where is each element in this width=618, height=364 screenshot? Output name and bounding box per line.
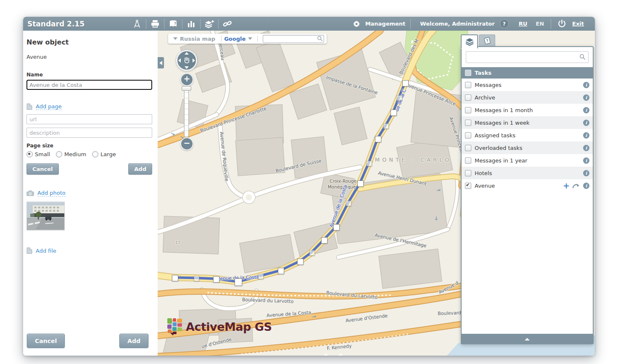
cancel-page-button[interactable]: Cancel bbox=[26, 163, 59, 175]
search-icon[interactable] bbox=[317, 36, 323, 42]
search-icon[interactable] bbox=[579, 54, 586, 60]
route-vertex[interactable] bbox=[346, 201, 351, 206]
link-icon[interactable] bbox=[221, 19, 234, 29]
url-input[interactable] bbox=[26, 114, 152, 124]
layer-row-messages-in-1-year[interactable]: Messages in 1 yeari bbox=[462, 154, 593, 167]
page-size-option-small[interactable]: Small bbox=[26, 151, 50, 157]
pan-control[interactable] bbox=[176, 50, 197, 71]
route-vertex[interactable] bbox=[383, 123, 389, 129]
layer-checkbox[interactable] bbox=[465, 132, 471, 139]
description-input[interactable] bbox=[26, 128, 152, 138]
page-size-option-medium[interactable]: Medium bbox=[56, 151, 86, 157]
panel-collapse-button[interactable] bbox=[461, 334, 594, 344]
zoom-slider-handle[interactable] bbox=[182, 86, 191, 91]
layer-row-messages[interactable]: Messagesi bbox=[462, 79, 593, 91]
route-vertex[interactable] bbox=[402, 80, 409, 86]
cancel-object-button[interactable]: Cancel bbox=[27, 334, 65, 348]
route-vertex[interactable] bbox=[321, 237, 327, 244]
base-layer-caret-icon[interactable] bbox=[173, 37, 177, 40]
lang-en[interactable]: EN bbox=[536, 21, 544, 27]
route-vertex[interactable] bbox=[375, 136, 381, 142]
route-vertex[interactable] bbox=[172, 275, 178, 281]
add-object-button[interactable]: Add bbox=[119, 334, 148, 348]
layer-row-avenue[interactable]: Avenue+i bbox=[462, 179, 593, 192]
page-size-option-large[interactable]: Large bbox=[92, 151, 116, 157]
group-checkbox[interactable] bbox=[465, 70, 471, 76]
route-vertex[interactable] bbox=[391, 110, 397, 116]
zoom-in-button[interactable]: + bbox=[180, 73, 193, 86]
move-layer-icon[interactable] bbox=[572, 183, 580, 189]
exit-link[interactable]: Exit bbox=[572, 21, 584, 27]
layer-checkbox[interactable] bbox=[465, 82, 471, 88]
layer-info-icon[interactable]: i bbox=[583, 107, 589, 113]
base-layer-select[interactable]: Russia map bbox=[180, 36, 215, 42]
route-vertex[interactable] bbox=[213, 276, 219, 283]
layer-row-assigned-tasks[interactable]: Assigned tasksi bbox=[462, 129, 593, 141]
add-page-button[interactable]: Add bbox=[128, 163, 152, 175]
radio-icon[interactable] bbox=[92, 151, 98, 157]
layer-checkbox[interactable] bbox=[465, 94, 471, 101]
provider-select[interactable]: Google bbox=[224, 36, 246, 42]
management-button[interactable]: Management bbox=[365, 21, 406, 27]
route-vertex[interactable] bbox=[309, 250, 315, 256]
route-vertex[interactable] bbox=[235, 278, 242, 286]
print-icon[interactable] bbox=[149, 19, 161, 29]
layer-row-archive[interactable]: Archivei bbox=[462, 91, 593, 104]
route-vertex[interactable] bbox=[357, 181, 364, 187]
route-vertex[interactable] bbox=[297, 259, 304, 265]
map-area[interactable]: Boulevard Princesse CharlotteImpasse de … bbox=[158, 31, 595, 356]
name-input[interactable] bbox=[26, 80, 152, 90]
layer-info-icon[interactable]: i bbox=[583, 82, 589, 88]
add-photo-link[interactable]: Add photo bbox=[37, 190, 66, 196]
power-icon[interactable] bbox=[555, 19, 568, 29]
layer-row-overloaded-tasks[interactable]: Overloaded tasksi bbox=[462, 141, 593, 154]
layer-group-tasks[interactable]: Tasks bbox=[462, 67, 593, 79]
add-page-link[interactable]: Add page bbox=[36, 103, 62, 110]
tab-layers[interactable] bbox=[461, 34, 478, 49]
photo-thumbnail[interactable] bbox=[26, 202, 65, 230]
route-vertex[interactable] bbox=[397, 95, 402, 101]
layer-info-icon[interactable]: i bbox=[583, 132, 589, 139]
pan-left-icon[interactable] bbox=[178, 58, 181, 63]
layer-info-icon[interactable]: i bbox=[583, 157, 589, 164]
route-vertex[interactable] bbox=[278, 268, 284, 274]
layer-info-icon[interactable]: i bbox=[583, 120, 589, 126]
radio-icon[interactable] bbox=[26, 151, 33, 157]
map-search-input[interactable] bbox=[264, 35, 314, 42]
help-badge[interactable]: ? bbox=[500, 19, 509, 28]
layer-info-icon[interactable]: i bbox=[583, 170, 589, 176]
layer-checkbox[interactable] bbox=[465, 157, 471, 164]
add-layer-icon[interactable] bbox=[203, 19, 216, 29]
layer-checkbox[interactable] bbox=[465, 107, 471, 113]
layer-info-icon[interactable]: i bbox=[583, 94, 589, 101]
measure-icon[interactable] bbox=[131, 19, 143, 29]
add-file-link[interactable]: Add file bbox=[36, 248, 56, 254]
layer-checkbox[interactable] bbox=[465, 183, 471, 189]
pan-up-icon[interactable] bbox=[185, 52, 189, 55]
layer-row-hotels[interactable]: Hotelsi bbox=[462, 167, 593, 179]
layer-row-messages-in-1-week[interactable]: Messages in 1 weeki bbox=[462, 116, 593, 129]
layer-info-icon[interactable]: i bbox=[583, 183, 589, 189]
layer-checkbox[interactable] bbox=[465, 120, 471, 126]
gear-icon[interactable] bbox=[350, 19, 363, 29]
provider-caret-icon[interactable] bbox=[248, 37, 252, 40]
pan-right-icon[interactable] bbox=[193, 58, 195, 63]
zoom-slider[interactable] bbox=[184, 87, 189, 137]
route-vertex[interactable] bbox=[367, 161, 372, 166]
layer-checkbox[interactable] bbox=[465, 145, 471, 151]
layer-info-icon[interactable]: i bbox=[583, 145, 589, 151]
radio-icon[interactable] bbox=[56, 151, 62, 157]
tab-bookmarks[interactable]: ? bbox=[479, 34, 495, 47]
route-vertex[interactable] bbox=[258, 274, 264, 279]
layer-row-messages-in-1-month[interactable]: Messages in 1 monthi bbox=[462, 104, 593, 116]
panel-collapse-tab[interactable] bbox=[158, 57, 164, 68]
add-feature-icon[interactable]: + bbox=[563, 183, 570, 189]
route-vertex[interactable] bbox=[194, 276, 199, 281]
zoom-out-button[interactable]: − bbox=[180, 137, 193, 150]
help-book-icon[interactable]: ? bbox=[167, 19, 180, 29]
statistics-icon[interactable] bbox=[185, 19, 198, 29]
pan-down-icon[interactable] bbox=[185, 66, 189, 69]
route-vertex[interactable] bbox=[333, 224, 340, 230]
layer-checkbox[interactable] bbox=[465, 170, 471, 176]
lang-ru[interactable]: RU bbox=[519, 21, 528, 27]
